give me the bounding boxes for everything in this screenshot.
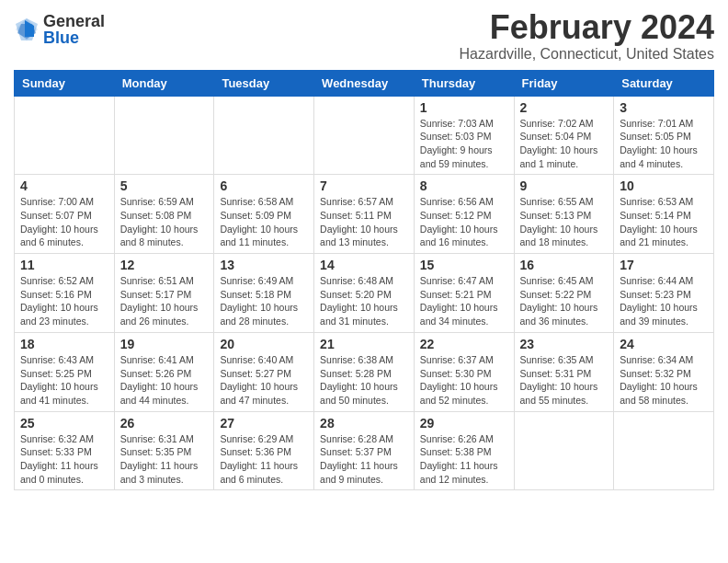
- calendar-cell: [114, 96, 214, 175]
- day-info: Sunrise: 6:29 AMSunset: 5:36 PMDaylight:…: [220, 432, 308, 487]
- month-title: February 2024: [460, 9, 714, 46]
- logo-general: General: [43, 13, 105, 29]
- weekday-header: Saturday: [614, 70, 714, 96]
- day-number: 1: [420, 100, 508, 115]
- day-info: Sunrise: 6:53 AMSunset: 5:14 PMDaylight:…: [620, 195, 708, 249]
- day-number: 10: [620, 178, 708, 193]
- logo-blue: Blue: [43, 29, 105, 46]
- calendar-cell: 22Sunrise: 6:37 AMSunset: 5:30 PMDayligh…: [414, 332, 514, 411]
- weekday-header: Sunday: [15, 70, 115, 96]
- day-info: Sunrise: 6:37 AMSunset: 5:30 PMDaylight:…: [420, 353, 508, 408]
- day-info: Sunrise: 6:38 AMSunset: 5:28 PMDaylight:…: [320, 353, 408, 408]
- calendar-week-row: 25Sunrise: 6:32 AMSunset: 5:33 PMDayligh…: [15, 411, 714, 490]
- day-number: 13: [220, 258, 308, 272]
- day-info: Sunrise: 6:59 AMSunset: 5:08 PMDaylight:…: [120, 195, 209, 249]
- calendar-week-row: 4Sunrise: 7:00 AMSunset: 5:07 PMDaylight…: [15, 175, 714, 254]
- calendar-cell: 21Sunrise: 6:38 AMSunset: 5:28 PMDayligh…: [314, 332, 415, 411]
- calendar-cell: [514, 411, 614, 490]
- calendar-cell: 25Sunrise: 6:32 AMSunset: 5:33 PMDayligh…: [15, 411, 115, 490]
- header: General Blue February 2024 Hazardville, …: [14, 9, 714, 63]
- calendar-cell: [614, 411, 714, 490]
- calendar-cell: 10Sunrise: 6:53 AMSunset: 5:14 PMDayligh…: [614, 175, 714, 254]
- day-number: 6: [220, 178, 308, 193]
- calendar-cell: 15Sunrise: 6:47 AMSunset: 5:21 PMDayligh…: [414, 254, 514, 333]
- calendar-cell: 18Sunrise: 6:43 AMSunset: 5:25 PMDayligh…: [15, 332, 115, 411]
- weekday-header: Tuesday: [214, 70, 314, 96]
- calendar-cell: 4Sunrise: 7:00 AMSunset: 5:07 PMDaylight…: [15, 175, 115, 254]
- day-number: 29: [420, 416, 508, 431]
- day-info: Sunrise: 6:47 AMSunset: 5:21 PMDaylight:…: [420, 274, 508, 328]
- calendar-cell: 11Sunrise: 6:52 AMSunset: 5:16 PMDayligh…: [15, 254, 115, 333]
- calendar-cell: 6Sunrise: 6:58 AMSunset: 5:09 PMDaylight…: [214, 175, 314, 254]
- logo: General Blue: [14, 13, 105, 46]
- day-info: Sunrise: 6:26 AMSunset: 5:38 PMDaylight:…: [420, 432, 508, 487]
- day-info: Sunrise: 6:52 AMSunset: 5:16 PMDaylight:…: [20, 274, 108, 328]
- day-number: 15: [420, 258, 508, 272]
- calendar-cell: 14Sunrise: 6:48 AMSunset: 5:20 PMDayligh…: [314, 254, 415, 333]
- calendar-cell: 5Sunrise: 6:59 AMSunset: 5:08 PMDaylight…: [114, 175, 214, 254]
- day-number: 28: [320, 416, 408, 431]
- day-info: Sunrise: 7:03 AMSunset: 5:03 PMDaylight:…: [420, 117, 508, 171]
- calendar-week-row: 11Sunrise: 6:52 AMSunset: 5:16 PMDayligh…: [15, 254, 714, 333]
- calendar-cell: 28Sunrise: 6:28 AMSunset: 5:37 PMDayligh…: [314, 411, 415, 490]
- location-title: Hazardville, Connecticut, United States: [460, 46, 714, 63]
- day-number: 24: [620, 337, 708, 351]
- calendar-cell: 13Sunrise: 6:49 AMSunset: 5:18 PMDayligh…: [214, 254, 314, 333]
- day-info: Sunrise: 6:28 AMSunset: 5:37 PMDaylight:…: [320, 432, 408, 487]
- day-number: 8: [420, 178, 508, 193]
- day-number: 5: [120, 178, 209, 193]
- day-number: 25: [20, 416, 108, 431]
- day-number: 27: [220, 416, 308, 431]
- day-info: Sunrise: 6:48 AMSunset: 5:20 PMDaylight:…: [320, 274, 408, 328]
- day-info: Sunrise: 7:02 AMSunset: 5:04 PMDaylight:…: [520, 117, 609, 171]
- title-section: February 2024 Hazardville, Connecticut, …: [460, 9, 714, 63]
- day-info: Sunrise: 6:49 AMSunset: 5:18 PMDaylight:…: [220, 274, 308, 328]
- calendar-cell: [15, 96, 115, 175]
- calendar-cell: 3Sunrise: 7:01 AMSunset: 5:05 PMDaylight…: [614, 96, 714, 175]
- calendar-cell: [214, 96, 314, 175]
- day-info: Sunrise: 6:57 AMSunset: 5:11 PMDaylight:…: [320, 195, 408, 249]
- calendar-cell: 8Sunrise: 6:56 AMSunset: 5:12 PMDaylight…: [414, 175, 514, 254]
- calendar-cell: 29Sunrise: 6:26 AMSunset: 5:38 PMDayligh…: [414, 411, 514, 490]
- calendar-week-row: 18Sunrise: 6:43 AMSunset: 5:25 PMDayligh…: [15, 332, 714, 411]
- day-info: Sunrise: 6:44 AMSunset: 5:23 PMDaylight:…: [620, 274, 708, 328]
- day-info: Sunrise: 6:40 AMSunset: 5:27 PMDaylight:…: [220, 353, 308, 408]
- day-info: Sunrise: 6:35 AMSunset: 5:31 PMDaylight:…: [520, 353, 609, 408]
- day-info: Sunrise: 6:51 AMSunset: 5:17 PMDaylight:…: [120, 274, 209, 328]
- calendar-cell: 16Sunrise: 6:45 AMSunset: 5:22 PMDayligh…: [514, 254, 614, 333]
- day-info: Sunrise: 6:31 AMSunset: 5:35 PMDaylight:…: [120, 432, 209, 487]
- calendar-cell: [314, 96, 415, 175]
- day-number: 18: [20, 337, 108, 351]
- logo-icon: [14, 17, 40, 42]
- calendar-cell: 19Sunrise: 6:41 AMSunset: 5:26 PMDayligh…: [114, 332, 214, 411]
- day-number: 9: [520, 178, 609, 193]
- calendar-cell: 23Sunrise: 6:35 AMSunset: 5:31 PMDayligh…: [514, 332, 614, 411]
- day-number: 7: [320, 178, 408, 193]
- day-number: 11: [20, 258, 108, 272]
- calendar-cell: 12Sunrise: 6:51 AMSunset: 5:17 PMDayligh…: [114, 254, 214, 333]
- calendar-cell: 24Sunrise: 6:34 AMSunset: 5:32 PMDayligh…: [614, 332, 714, 411]
- calendar-cell: 20Sunrise: 6:40 AMSunset: 5:27 PMDayligh…: [214, 332, 314, 411]
- calendar-week-row: 1Sunrise: 7:03 AMSunset: 5:03 PMDaylight…: [15, 96, 714, 175]
- day-info: Sunrise: 6:58 AMSunset: 5:09 PMDaylight:…: [220, 195, 308, 249]
- calendar-header: SundayMondayTuesdayWednesdayThursdayFrid…: [15, 70, 714, 96]
- weekday-header: Monday: [114, 70, 214, 96]
- logo-text: General Blue: [43, 13, 105, 46]
- day-number: 19: [120, 337, 209, 351]
- day-number: 21: [320, 337, 408, 351]
- day-info: Sunrise: 6:56 AMSunset: 5:12 PMDaylight:…: [420, 195, 508, 249]
- day-info: Sunrise: 6:43 AMSunset: 5:25 PMDaylight:…: [20, 353, 108, 408]
- weekday-header: Thursday: [414, 70, 514, 96]
- day-number: 22: [420, 337, 508, 351]
- day-info: Sunrise: 6:41 AMSunset: 5:26 PMDaylight:…: [120, 353, 209, 408]
- day-number: 23: [520, 337, 609, 351]
- day-info: Sunrise: 6:34 AMSunset: 5:32 PMDaylight:…: [620, 353, 708, 408]
- day-number: 17: [620, 258, 708, 272]
- weekday-header: Friday: [514, 70, 614, 96]
- day-number: 4: [20, 178, 108, 193]
- calendar-cell: 7Sunrise: 6:57 AMSunset: 5:11 PMDaylight…: [314, 175, 415, 254]
- calendar-cell: 9Sunrise: 6:55 AMSunset: 5:13 PMDaylight…: [514, 175, 614, 254]
- day-number: 3: [620, 100, 708, 115]
- day-info: Sunrise: 6:45 AMSunset: 5:22 PMDaylight:…: [520, 274, 609, 328]
- day-number: 26: [120, 416, 209, 431]
